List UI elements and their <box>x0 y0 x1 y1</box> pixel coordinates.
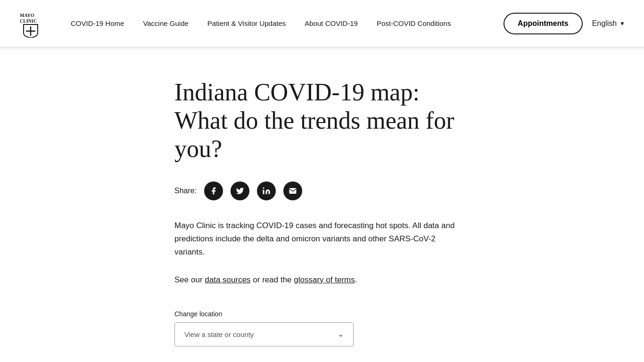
glossary-link[interactable]: glossary of terms <box>294 275 355 284</box>
data-sources-link[interactable]: data sources <box>205 275 250 284</box>
header-right: Appointments English ▼ <box>504 13 625 34</box>
nav-about-covid[interactable]: About COVID-19 <box>305 19 358 27</box>
nav-covid19-home[interactable]: COVID-19 Home <box>71 19 124 27</box>
change-location-label: Change location <box>174 310 363 318</box>
linkedin-icon <box>262 187 271 195</box>
nav-post-covid[interactable]: Post-COVID Conditions <box>377 19 451 27</box>
logo-link[interactable]: MAYO CLINIC <box>19 9 42 38</box>
share-section: Share: <box>174 181 625 200</box>
language-selector[interactable]: English ▼ <box>592 19 625 28</box>
email-icon <box>289 187 297 195</box>
nav-patient-visitor[interactable]: Patient & Visitor Updates <box>207 19 286 27</box>
svg-text:CLINIC: CLINIC <box>20 18 37 24</box>
see-our-middle: or read the <box>251 275 294 284</box>
appointments-button[interactable]: Appointments <box>504 13 583 34</box>
linkedin-share-button[interactable] <box>257 181 276 200</box>
dropdown-placeholder-text: View a state or county <box>184 330 254 338</box>
location-dropdown[interactable]: View a state or county ⌄ <box>174 322 354 346</box>
svg-text:MAYO: MAYO <box>20 13 34 18</box>
twitter-icon <box>236 187 244 195</box>
email-share-button[interactable] <box>283 181 302 200</box>
see-our-suffix: . <box>355 275 357 284</box>
site-header: MAYO CLINIC COVID-19 Home Vaccine Guide … <box>0 0 644 47</box>
page-title: Indiana COVID-19 map: What do the trends… <box>174 78 467 163</box>
see-our-prefix: See our <box>174 275 205 284</box>
chevron-down-icon: ▼ <box>619 20 625 27</box>
nav-vaccine-guide[interactable]: Vaccine Guide <box>143 19 188 27</box>
twitter-share-button[interactable] <box>231 181 249 200</box>
main-nav: COVID-19 Home Vaccine Guide Patient & Vi… <box>71 19 451 27</box>
mayo-clinic-logo: MAYO CLINIC <box>19 9 42 38</box>
change-location-section: Change location View a state or county ⌄ <box>174 310 363 346</box>
svg-point-4 <box>263 188 264 189</box>
facebook-share-button[interactable] <box>204 181 223 200</box>
main-content: Indiana COVID-19 map: What do the trends… <box>0 50 644 362</box>
sources-text: See our data sources or read the glossar… <box>174 273 457 287</box>
language-label: English <box>592 19 617 28</box>
description-text: Mayo Clinic is tracking COVID-19 cases a… <box>174 219 457 259</box>
header-left: MAYO CLINIC COVID-19 Home Vaccine Guide … <box>19 9 451 38</box>
share-label: Share: <box>174 187 197 195</box>
dropdown-chevron-icon: ⌄ <box>338 330 344 338</box>
facebook-icon <box>209 187 218 195</box>
